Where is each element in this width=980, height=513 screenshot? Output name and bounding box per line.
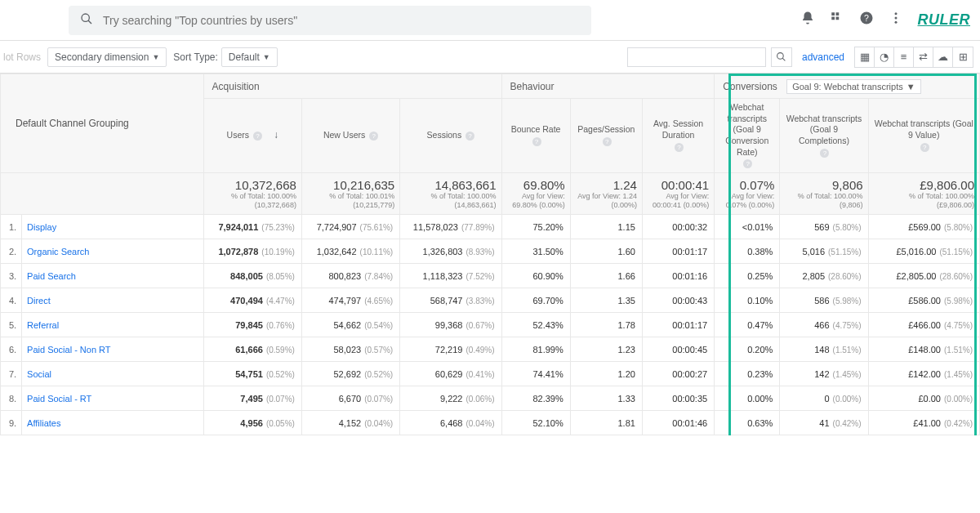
search-input[interactable]	[103, 14, 580, 27]
cell-sessions: 99,368(0.67%)	[400, 313, 501, 337]
channel-link[interactable]: Referral	[27, 320, 59, 330]
search-icon	[80, 12, 93, 29]
help-icon[interactable]: ?	[253, 132, 262, 141]
channel-link[interactable]: Display	[27, 222, 56, 232]
col-pages[interactable]: Pages/Session ?	[570, 99, 642, 173]
help-icon[interactable]: ?	[920, 143, 929, 152]
controls-bar: lot Rows Secondary dimension▼ Sort Type:…	[0, 41, 980, 74]
cell-duration: 00:01:46	[642, 411, 714, 435]
cell-goal-completions: 2,805(28.60%)	[780, 264, 868, 288]
table-search-input[interactable]	[627, 47, 766, 67]
col-goal-value[interactable]: Webchat transcripts (Goal 9 Value) ?	[868, 99, 979, 173]
cell-bounce: 60.90%	[501, 264, 570, 288]
col-users[interactable]: Users ?↓	[203, 99, 301, 173]
cell-goal-rate: 0.38%	[715, 239, 780, 264]
cell-sessions: 1,118,323(7.52%)	[400, 264, 501, 288]
cell-goal-completions: 142(1.45%)	[780, 362, 868, 386]
help-icon[interactable]: ?	[859, 11, 874, 29]
cell-pages: 1.35	[570, 288, 642, 313]
help-icon[interactable]: ?	[743, 159, 752, 168]
view-comparison-icon[interactable]: ⇄	[914, 47, 933, 67]
col-sessions[interactable]: Sessions ?	[400, 99, 501, 173]
table-row: 9.Affiliates4,956(0.05%)4,152(0.04%)6,46…	[1, 411, 980, 435]
svg-line-12	[783, 58, 786, 60]
table-row: 6.Paid Social - Non RT61,666(0.59%)58,02…	[1, 337, 980, 362]
cell-pages: 1.66	[570, 264, 642, 288]
channel-link[interactable]: Affiliates	[27, 418, 60, 428]
sort-type-label: Sort Type:	[173, 51, 217, 63]
cell-bounce: 52.10%	[501, 411, 570, 435]
apps-icon[interactable]	[830, 11, 844, 29]
more-icon[interactable]	[889, 11, 903, 29]
global-search[interactable]	[69, 6, 591, 35]
sort-arrow-icon: ↓	[274, 129, 278, 141]
channel-name: Paid Search	[22, 264, 204, 288]
channel-link[interactable]: Paid Search	[27, 271, 76, 281]
cell-pages: 1.33	[570, 386, 642, 411]
cell-users: 4,956(0.05%)	[203, 411, 301, 435]
cell-bounce: 82.39%	[501, 386, 570, 411]
svg-point-10	[894, 21, 897, 24]
cell-goal-completions: 466(4.75%)	[780, 313, 868, 337]
advanced-link[interactable]: advanced	[802, 51, 844, 63]
view-cloud-icon[interactable]: ☁	[933, 47, 953, 67]
view-pivot-icon[interactable]: ⊞	[953, 47, 973, 67]
totals-pages: 1.24Avg for View: 1.24 (0.00%)	[570, 172, 642, 215]
channel-name: Affiliates	[22, 411, 204, 435]
table-row: 3.Paid Search848,005(8.05%)800,823(7.84%…	[1, 264, 980, 288]
cell-new-users: 4,152(0.04%)	[301, 411, 399, 435]
cell-goal-rate: <0.01%	[715, 215, 780, 239]
help-icon[interactable]: ?	[675, 143, 684, 152]
view-pie-icon[interactable]: ◔	[875, 47, 894, 67]
sort-type-dropdown[interactable]: Default▼	[221, 47, 278, 67]
channel-link[interactable]: Paid Social - Non RT	[27, 345, 111, 355]
svg-line-1	[88, 20, 91, 24]
svg-point-11	[777, 53, 784, 60]
col-goal-rate[interactable]: Webchat transcripts (Goal 9 Conversion R…	[715, 99, 780, 173]
help-icon[interactable]: ?	[532, 137, 541, 146]
col-bounce[interactable]: Bounce Rate ?	[501, 99, 570, 173]
cell-duration: 00:00:27	[642, 362, 714, 386]
svg-rect-2	[831, 12, 835, 16]
cell-new-users: 800,823(7.84%)	[301, 264, 399, 288]
cell-goal-completions: 0(0.00%)	[780, 386, 868, 411]
goal-selector-dropdown[interactable]: Goal 9: Webchat transcripts▼	[786, 79, 920, 94]
cell-sessions: 6,468(0.04%)	[400, 411, 501, 435]
cell-goal-rate: 0.00%	[715, 386, 780, 411]
col-goal-completions[interactable]: Webchat transcripts (Goal 9 Completions)…	[780, 99, 868, 173]
cell-sessions: 568,747(3.83%)	[400, 288, 501, 313]
cell-goal-value: £0.00(0.00%)	[868, 386, 979, 411]
channel-link[interactable]: Organic Search	[27, 247, 89, 256]
row-index: 3.	[1, 264, 22, 288]
cell-sessions: 9,222(0.06%)	[400, 386, 501, 411]
col-duration[interactable]: Avg. Session Duration ?	[642, 99, 714, 173]
channel-name: Paid Social - RT	[22, 386, 204, 411]
cell-pages: 1.20	[570, 362, 642, 386]
view-bar-icon[interactable]: ≡	[894, 47, 914, 67]
totals-g_comp: 9,806% of Total: 100.00% (9,806)	[780, 172, 868, 215]
cell-goal-rate: 0.10%	[715, 288, 780, 313]
help-icon[interactable]: ?	[603, 137, 612, 146]
table-row: 2.Organic Search1,072,878(10.19%)1,032,6…	[1, 239, 980, 264]
channels-table: Default Channel Grouping Acquisition Beh…	[0, 74, 980, 435]
secondary-dimension-dropdown[interactable]: Secondary dimension▼	[47, 47, 167, 67]
help-icon[interactable]: ?	[369, 132, 378, 141]
col-new-users[interactable]: New Users ?	[301, 99, 399, 173]
channel-link[interactable]: Social	[27, 369, 51, 379]
cell-users: 848,005(8.05%)	[203, 264, 301, 288]
help-icon[interactable]: ?	[466, 132, 474, 141]
table-row: 1.Display7,924,011(75.23%)7,724,907(75.6…	[1, 215, 980, 239]
help-icon[interactable]: ?	[820, 149, 829, 158]
cell-bounce: 81.99%	[501, 337, 570, 362]
table-row: 4.Direct470,494(4.47%)474,797(4.65%)568,…	[1, 288, 980, 313]
cell-goal-rate: 0.63%	[715, 411, 780, 435]
channel-name: Display	[22, 215, 204, 239]
table-search-button[interactable]	[771, 47, 792, 67]
view-table-icon[interactable]: ▦	[855, 47, 875, 67]
channel-link[interactable]: Direct	[27, 296, 51, 306]
svg-point-0	[82, 14, 89, 21]
channel-link[interactable]: Paid Social - RT	[27, 394, 91, 404]
cell-sessions: 60,629(0.41%)	[400, 362, 501, 386]
cell-goal-completions: 586(5.98%)	[780, 288, 868, 313]
notifications-icon[interactable]	[800, 11, 815, 29]
